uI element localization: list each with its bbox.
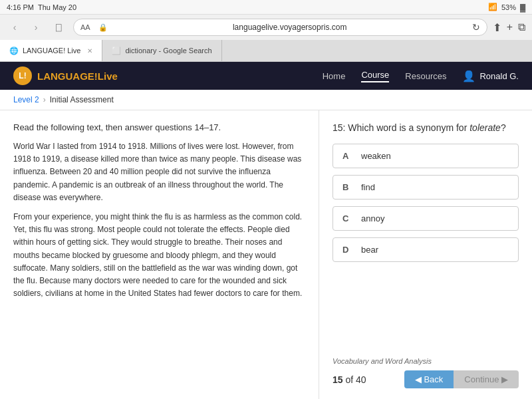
page-current: 15 [332,374,343,385]
status-bar: 4:16 PM Thu May 20 📶 53% ▓ [0,0,532,15]
time-display: 4:16 PM [7,3,34,11]
logo-circle: L! [13,66,32,85]
app-nav: Home Course Resources 👤 Ronald G. [323,70,519,82]
option-a[interactable]: A weaken [332,144,519,168]
answer-options: A weaken B find C annoy D bear [332,144,519,346]
font-size-control[interactable]: AA [80,23,90,31]
nav-home[interactable]: Home [323,71,346,81]
nav-course[interactable]: Course [361,70,389,82]
forward-button[interactable]: › [28,19,44,35]
vocab-label: Vocabulary and Word Analysis [332,357,519,365]
option-d-letter: D [342,245,353,255]
question-word: tolerate [469,122,501,133]
tab-icon: 🌐 [9,47,19,55]
reading-paragraph-2: From your experience, you might think th… [13,211,305,300]
tab-icon-2: ⬜ [112,47,121,55]
question-text: Which word is a synonym for [348,122,467,133]
tab-close-icon[interactable]: ✕ [87,47,92,55]
tab-label: LANGUAGE! Live [23,47,80,55]
reading-instruction: Read the following text, then answer que… [13,122,305,132]
user-name: Ronald G. [479,71,519,81]
logo-text-main: LANGUAGE! [37,70,98,82]
url-display: languagelive.voyagersopris.com [112,23,468,32]
breadcrumb-separator: › [43,95,46,104]
option-a-text: weaken [361,151,391,161]
question-header: 15: Which word is a synonym for tolerate… [332,122,519,133]
option-a-letter: A [342,151,353,161]
question-mark: ? [501,122,506,133]
breadcrumb: Level 2 › Initial Assessment [0,90,532,110]
reader-view-button[interactable]: ⎕ [49,19,68,35]
continue-page-button[interactable]: Continue ▶ [454,370,519,388]
share-button[interactable]: ⬆ [493,21,501,34]
logo-suffix: Live [98,70,118,82]
reading-pane: Read the following text, then answer que… [0,110,319,399]
option-c[interactable]: C annoy [332,206,519,231]
tab-dictionary[interactable]: ⬜ dictionary - Google Search [102,40,221,61]
tab-languagelive[interactable]: 🌐 LANGUAGE! Live ✕ [0,40,102,61]
app-logo: L! LANGUAGE!Live [13,66,118,85]
battery-icon: ▓ [520,3,525,11]
nav-buttons: ◀ Back Continue ▶ [404,370,519,388]
page-indicator: 15 of 40 [332,374,366,385]
app-header: L! LANGUAGE!Live Home Course Resources 👤… [0,62,532,90]
breadcrumb-current: Initial Assessment [50,95,114,104]
main-content: Read the following text, then answer que… [0,110,532,399]
user-avatar-icon: 👤 [462,70,475,82]
reading-text: World War I lasted from 1914 to 1918. Mi… [13,140,305,300]
nav-footer: 15 of 40 ◀ Back Continue ▶ [332,370,519,388]
back-page-button[interactable]: ◀ Back [404,370,454,388]
logo-text: LANGUAGE!Live [37,70,118,82]
option-c-text: annoy [361,213,384,223]
option-b[interactable]: B find [332,175,519,200]
browser-chrome: ‹ › ⎕ AA 🔒 languagelive.voyagersopris.co… [0,15,532,62]
option-d[interactable]: D bear [332,237,519,262]
logo-initial: L! [19,71,26,80]
page-total: of 40 [345,374,366,385]
nav-resources[interactable]: Resources [405,71,446,81]
reading-paragraph-1: World War I lasted from 1914 to 1918. Mi… [13,140,305,204]
browser-tabs: 🌐 LANGUAGE! Live ✕ ⬜ dictionary - Google… [0,40,532,61]
question-footer: Vocabulary and Word Analysis 15 of 40 ◀ … [332,357,519,388]
back-button[interactable]: ‹ [7,19,23,35]
breadcrumb-level[interactable]: Level 2 [13,95,39,104]
user-menu[interactable]: 👤 Ronald G. [462,70,519,82]
option-b-text: find [361,182,375,192]
tab-label-2: dictionary - Google Search [125,47,211,55]
question-number: 15 [332,122,343,133]
question-pane: 15: Which word is a synonym for tolerate… [319,110,532,399]
battery-indicator: 53% [501,3,516,11]
reload-button[interactable]: ↻ [472,22,480,33]
security-icon: 🔒 [98,23,108,32]
windows-button[interactable]: ⧉ [518,21,525,33]
option-d-text: bear [361,245,378,255]
new-tab-button[interactable]: + [507,21,513,33]
date-display: Thu May 20 [38,3,76,11]
option-c-letter: C [342,213,353,223]
wifi-icon: 📶 [488,3,497,11]
address-bar[interactable]: AA 🔒 languagelive.voyagersopris.com ↻ [73,19,487,36]
option-b-letter: B [342,182,353,192]
